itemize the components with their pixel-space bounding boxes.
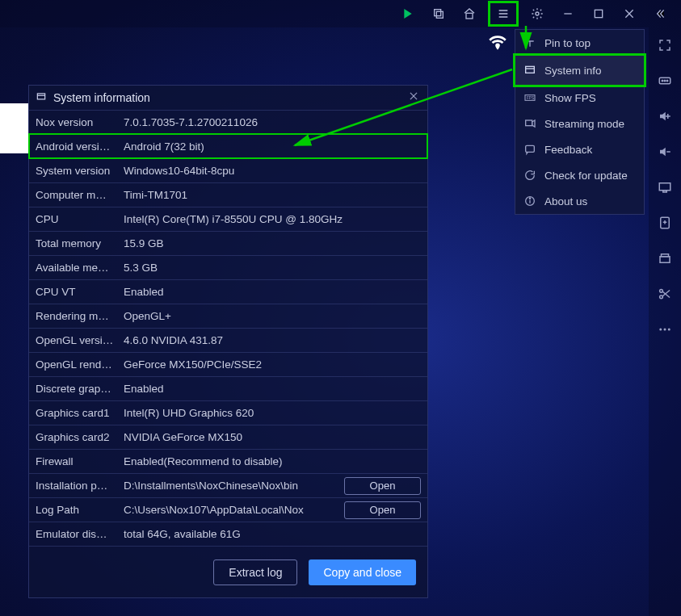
svg-rect-27 [662, 254, 669, 257]
home-button[interactable] [460, 4, 479, 23]
right-sidebar [649, 27, 681, 616]
info-row-value: D:\Installments\NoxChinese\Nox\bin [119, 480, 341, 492]
info-row-label: Rendering m… [36, 310, 119, 322]
apk-install-button[interactable] [654, 212, 676, 234]
info-row-label: Installation p… [36, 480, 119, 492]
info-row-value: GeForce MX150/PCIe/SSE2 [119, 358, 421, 371]
menu-show-fps[interactable]: FPS Show FPS [515, 85, 644, 111]
info-row: Graphics card2NVIDIA GeForce MX150 [29, 425, 427, 449]
info-row-value: C:\Users\Nox107\AppData\Local\Nox [119, 504, 341, 516]
settings-button[interactable] [528, 4, 547, 23]
volume-up-button[interactable] [654, 105, 676, 128]
info-row-label: OpenGL versi… [36, 334, 119, 346]
svg-line-31 [662, 291, 670, 297]
collapse-sidebar-button[interactable] [650, 4, 670, 23]
scissors-button[interactable] [654, 283, 676, 305]
info-row-value: Windows10-64bit-8cpu [119, 165, 421, 177]
info-row-value: total 64G, available 61G [119, 528, 421, 540]
info-row-value: OpenGL+ [119, 310, 421, 322]
info-row-label: Nox version [36, 116, 119, 128]
play-store-button[interactable] [398, 4, 418, 23]
svg-rect-22 [663, 191, 667, 192]
multi-instance-button[interactable] [429, 4, 448, 23]
system-information-dialog: System information Nox version7.0.1.7035… [28, 85, 428, 598]
info-row: Android versi…Android 7(32 bit) [29, 134, 427, 158]
svg-rect-39 [526, 120, 532, 126]
info-row: Total memory15.9 GB [29, 231, 427, 255]
info-row-label: Graphics card2 [36, 431, 119, 443]
info-row: Log PathC:\Users\Nox107\AppData\Local\No… [29, 497, 427, 522]
menu-about-us[interactable]: About us [515, 188, 644, 214]
svg-rect-2 [436, 11, 443, 18]
svg-line-30 [662, 291, 670, 298]
open-path-button[interactable]: Open [344, 477, 421, 495]
menu-label: System info [544, 65, 602, 77]
info-row-value: 15.9 GB [119, 237, 421, 249]
svg-rect-9 [595, 10, 602, 17]
info-row-value: Enabled(Recommend to disable) [119, 455, 421, 467]
more-button[interactable] [654, 318, 676, 341]
info-row-value: NVIDIA GeForce MX150 [119, 431, 421, 443]
wifi-indicator-icon [486, 31, 510, 55]
info-row-label: Graphics card1 [36, 407, 119, 419]
info-row-label: Android versi… [36, 140, 119, 153]
dialog-close-button[interactable] [408, 90, 419, 105]
info-row: Computer m…Timi-TM1701 [29, 182, 427, 207]
info-row-value: Timi-TM1701 [119, 189, 421, 201]
svg-marker-19 [660, 148, 666, 157]
open-path-button[interactable]: Open [344, 501, 421, 519]
svg-point-15 [666, 80, 668, 82]
info-icon [36, 91, 47, 105]
info-row-label: Available me… [36, 262, 119, 274]
info-panel-icon [523, 64, 536, 77]
keymap-button[interactable] [654, 69, 676, 92]
left-edge-block [0, 103, 28, 153]
svg-rect-41 [526, 145, 535, 152]
screenshot-button[interactable] [654, 176, 676, 199]
menu-system-info[interactable]: System info [515, 56, 644, 85]
dialog-title: System information [53, 91, 150, 104]
info-row-label: Log Path [36, 504, 119, 516]
svg-text:FPS: FPS [527, 96, 534, 100]
info-row-value: 7.0.1.7035-7.1.2700211026 [119, 116, 421, 128]
info-row-label: System version [36, 165, 119, 177]
about-icon [523, 195, 536, 207]
menu-streaming-mode[interactable]: Streaming mode [515, 111, 644, 136]
minimize-button[interactable] [558, 4, 578, 23]
svg-point-13 [662, 80, 663, 82]
info-row: Rendering m…OpenGL+ [29, 304, 427, 328]
svg-rect-1 [435, 10, 441, 16]
menu-feedback[interactable]: Feedback [515, 136, 644, 162]
info-row: Graphics card1Intel(R) UHD Graphics 620 [29, 400, 427, 425]
svg-point-34 [668, 329, 670, 331]
menu-pin-to-top[interactable]: Pin to top [515, 30, 644, 56]
menu-label: Feedback [544, 144, 592, 156]
menu-check-update[interactable]: Check for update [515, 162, 644, 188]
pin-icon [523, 36, 536, 49]
update-icon [523, 169, 536, 182]
svg-marker-40 [532, 120, 535, 127]
menu-label: Streaming mode [544, 118, 624, 130]
svg-point-33 [664, 329, 666, 331]
copy-and-close-button[interactable]: Copy and close [309, 559, 416, 585]
info-row: OpenGL rend…GeForce MX150/PCIe/SSE2 [29, 352, 427, 376]
file-manager-button[interactable] [654, 247, 676, 270]
dialog-body: Nox version7.0.1.7035-7.1.2700211026Andr… [29, 110, 427, 546]
menu-label: Pin to top [544, 37, 591, 49]
info-row: Nox version7.0.1.7035-7.1.2700211026 [29, 110, 427, 134]
menu-label: About us [544, 195, 587, 207]
fullscreen-button[interactable] [654, 34, 676, 57]
dialog-header: System information [29, 86, 427, 110]
maximize-button[interactable] [589, 4, 608, 23]
close-button[interactable] [620, 4, 639, 23]
svg-point-32 [659, 329, 662, 331]
volume-down-button[interactable] [654, 140, 676, 163]
extract-log-button[interactable]: Extract log [213, 559, 297, 585]
info-row-value: Enabled [119, 383, 421, 395]
hamburger-menu-button[interactable] [490, 3, 516, 24]
dialog-footer: Extract log Copy and close [29, 546, 427, 597]
info-row: OpenGL versi…4.6.0 NVIDIA 431.87 [29, 328, 427, 352]
svg-marker-16 [660, 112, 666, 121]
info-row-label: Emulator dis… [36, 528, 119, 540]
info-row-value: Intel(R) UHD Graphics 620 [119, 407, 421, 419]
